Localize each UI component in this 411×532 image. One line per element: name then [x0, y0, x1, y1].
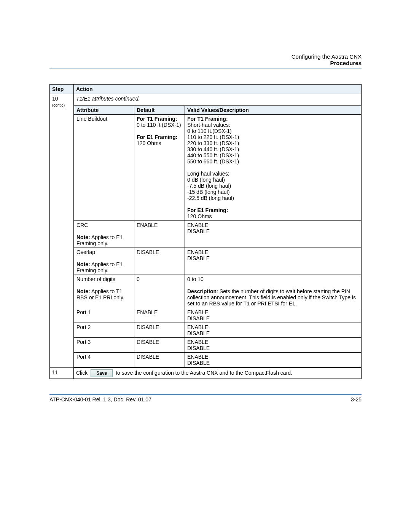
v2: DISABLE [187, 360, 210, 366]
v-s6: 550 to 660 ft. (DSX-1) [187, 158, 239, 165]
v-short-label: Short-haul values: [187, 122, 230, 128]
page-footer: ATP-CNX-040-01 Rel. 1.3, Doc. Rev. 01.07… [49, 394, 362, 403]
attr-valid: For T1 Framing: Short-haul values: 0 to … [185, 115, 361, 221]
page: Configuring the Aastra CNX Procedures St… [0, 0, 411, 532]
row-overlap: Overlap Note: Applies to E1 Framing only… [74, 248, 361, 275]
step-number: 10 [52, 96, 58, 102]
attr-valid: ENABLE DISABLE [185, 353, 361, 367]
v-l2: -7.5 dB (long haul) [187, 183, 231, 189]
save-button[interactable]: Save [91, 369, 113, 377]
step-11-number-cell: 11 [50, 368, 74, 379]
row-port-2: Port 2 DISABLE ENABLE DISABLE [74, 323, 361, 338]
v-s2: 110 to 220 ft. (DSX-1) [187, 134, 239, 140]
v-long-label: Long-haul values: [187, 171, 229, 177]
row-crc: CRC Note: Applies to E1 Framing only. EN… [74, 221, 361, 248]
attr-valid: ENABLE DISABLE [185, 248, 361, 275]
procedure-table: Step Action 10 (cont'd) T1/E1 attributes… [49, 84, 362, 379]
attr-default: DISABLE [134, 248, 185, 275]
attr-text: CRC [76, 222, 88, 228]
v-e1-label: For E1 Framing: [187, 207, 228, 213]
step-10-row: 10 (cont'd) T1/E1 attributes continued. … [50, 94, 362, 368]
attr-name: Port 2 [74, 323, 134, 338]
footer-rule [49, 394, 362, 395]
inner-header-row: Attribute Default Valid Values/Descripti… [74, 106, 361, 115]
attr-name: Port 1 [74, 308, 134, 323]
attr-text: Number of digits [76, 276, 115, 282]
col-step: Step [50, 85, 74, 94]
step-contd: (cont'd) [52, 103, 65, 107]
page-header: Configuring the Aastra CNX Procedures [49, 53, 362, 66]
attr-valid: ENABLE DISABLE [185, 338, 361, 353]
def-e1-label: For E1 Framing: [137, 134, 177, 140]
attr-default: DISABLE [134, 323, 185, 338]
attr-default: ENABLE [134, 221, 185, 248]
v2: DISABLE [187, 345, 210, 351]
step-11-action-cell: Click Save to save the configuration to … [74, 368, 362, 379]
attr-name: Port 3 [74, 338, 134, 353]
v-l3: -15 dB (long haul) [187, 189, 229, 195]
col-valid: Valid Values/Description [185, 106, 361, 115]
attr-text: Overlap [76, 249, 95, 255]
v1: ENABLE [187, 324, 208, 330]
row-port-4: Port 4 DISABLE ENABLE DISABLE [74, 353, 361, 367]
v-range: 0 to 10 [187, 276, 204, 282]
attr-valid: 0 to 10 Description: Sets the number of … [185, 275, 361, 308]
v2: DISABLE [187, 315, 210, 321]
v-l4: -22.5 dB (long haul) [187, 195, 234, 201]
v-t1-label: For T1 Framing: [187, 116, 228, 122]
note-label: Note: [76, 234, 90, 240]
row-num-digits: Number of digits Note: Applies to T1 RBS… [74, 275, 361, 308]
footer-doc-id: ATP-CNX-040-01 Rel. 1.3, Doc. Rev. 01.07 [49, 396, 151, 403]
step-10-number-cell: 10 (cont'd) [50, 94, 74, 368]
note-label: Note: [76, 288, 90, 294]
attributes-table: Attribute Default Valid Values/Descripti… [74, 105, 361, 367]
header-rule [49, 69, 362, 69]
v2: DISABLE [187, 330, 210, 336]
def-t1-label: For T1 Framing: [137, 116, 177, 122]
v-l1: 0 dB (long haul) [187, 177, 225, 183]
col-action: Action [74, 85, 362, 94]
def-e1-val: 120 Ohms [137, 140, 161, 146]
step-10-action-cell: T1/E1 attributes continued. Attribute De… [74, 94, 362, 368]
attr-default: 0 [134, 275, 185, 308]
attr-name: CRC Note: Applies to E1 Framing only. [74, 221, 134, 248]
attr-name: Line Buildout [74, 115, 134, 221]
def-t1-val: 0 to 110 ft.(DSX-1) [137, 122, 181, 128]
row-port-3: Port 3 DISABLE ENABLE DISABLE [74, 338, 361, 353]
v2: DISABLE [187, 228, 210, 234]
v2: DISABLE [187, 255, 210, 261]
attr-name: Number of digits Note: Applies to T1 RBS… [74, 275, 134, 308]
step-11-row: 11 Click Save to save the configuration … [50, 368, 362, 379]
col-attribute: Attribute [74, 106, 134, 115]
attr-valid: ENABLE DISABLE [185, 221, 361, 248]
header-section: Procedures [49, 60, 362, 66]
attr-default: ENABLE [134, 308, 185, 323]
attr-default: DISABLE [134, 338, 185, 353]
v1: ENABLE [187, 309, 208, 315]
attr-valid: ENABLE DISABLE [185, 323, 361, 338]
attr-default: DISABLE [134, 353, 185, 367]
step-10-intro: T1/E1 attributes continued. [74, 94, 361, 103]
note-label: Note: [76, 261, 90, 267]
attr-name: Overlap Note: Applies to E1 Framing only… [74, 248, 134, 275]
attr-default: For T1 Framing: 0 to 110 ft.(DSX-1) For … [134, 115, 185, 221]
col-default: Default [134, 106, 185, 115]
v-s3: 220 to 330 ft. (DSX-1) [187, 140, 239, 146]
v-e1-val: 120 Ohms [187, 213, 212, 219]
save-rest-text: to save the configuration to the Aastra … [116, 370, 292, 376]
v-s5: 440 to 550 ft. (DSX-1) [187, 152, 239, 158]
desc-label: Description [187, 288, 217, 294]
attr-valid: ENABLE DISABLE [185, 308, 361, 323]
v1: ENABLE [187, 354, 208, 360]
footer-page-number: 3-25 [351, 396, 362, 403]
v1: ENABLE [187, 222, 208, 228]
v-s4: 330 to 440 ft. (DSX-1) [187, 146, 239, 152]
attr-name: Port 4 [74, 353, 134, 367]
row-line-buildout: Line Buildout For T1 Framing: 0 to 110 f… [74, 115, 361, 221]
v-s1: 0 to 110 ft.(DSX-1) [187, 128, 232, 134]
header-chapter: Configuring the Aastra CNX [49, 53, 362, 60]
row-port-1: Port 1 ENABLE ENABLE DISABLE [74, 308, 361, 323]
table-header-row: Step Action [50, 85, 362, 94]
v1: ENABLE [187, 339, 208, 345]
click-text: Click [76, 370, 88, 376]
